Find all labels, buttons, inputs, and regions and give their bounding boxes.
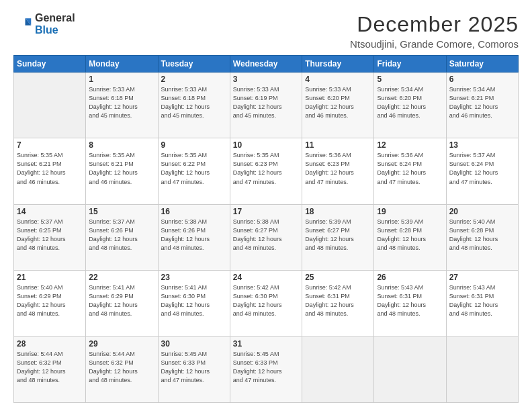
day-detail: Sunrise: 5:40 AM Sunset: 6:28 PM Dayligh… — [449, 218, 515, 253]
table-row — [14, 73, 86, 138]
day-detail: Sunrise: 5:37 AM Sunset: 6:24 PM Dayligh… — [449, 151, 515, 186]
calendar-week-row: 14Sunrise: 5:37 AM Sunset: 6:25 PM Dayli… — [14, 204, 519, 270]
table-row: 12Sunrise: 5:36 AM Sunset: 6:24 PM Dayli… — [374, 138, 446, 204]
table-row: 11Sunrise: 5:36 AM Sunset: 6:23 PM Dayli… — [302, 138, 374, 204]
day-number: 27 — [449, 273, 515, 282]
day-detail: Sunrise: 5:33 AM Sunset: 6:18 PM Dayligh… — [161, 85, 227, 120]
day-number: 11 — [305, 140, 371, 150]
day-number: 7 — [17, 140, 83, 150]
col-sunday: Sunday — [14, 56, 86, 73]
day-number: 3 — [233, 75, 299, 84]
day-detail: Sunrise: 5:34 AM Sunset: 6:20 PM Dayligh… — [377, 85, 443, 120]
table-row — [374, 336, 446, 402]
day-detail: Sunrise: 5:36 AM Sunset: 6:24 PM Dayligh… — [377, 151, 443, 186]
table-row — [302, 336, 374, 402]
col-thursday: Thursday — [302, 56, 374, 73]
table-row: 21Sunrise: 5:40 AM Sunset: 6:29 PM Dayli… — [14, 271, 86, 336]
day-number: 30 — [161, 339, 227, 349]
day-detail: Sunrise: 5:43 AM Sunset: 6:31 PM Dayligh… — [377, 283, 443, 318]
table-row — [446, 336, 518, 402]
day-detail: Sunrise: 5:33 AM Sunset: 6:20 PM Dayligh… — [305, 85, 371, 120]
day-detail: Sunrise: 5:43 AM Sunset: 6:31 PM Dayligh… — [449, 283, 515, 318]
calendar-week-row: 21Sunrise: 5:40 AM Sunset: 6:29 PM Dayli… — [14, 271, 519, 336]
table-row: 14Sunrise: 5:37 AM Sunset: 6:25 PM Dayli… — [14, 204, 86, 270]
day-detail: Sunrise: 5:35 AM Sunset: 6:22 PM Dayligh… — [161, 151, 227, 186]
table-row: 27Sunrise: 5:43 AM Sunset: 6:31 PM Dayli… — [446, 271, 518, 336]
table-row: 28Sunrise: 5:44 AM Sunset: 6:32 PM Dayli… — [14, 336, 86, 402]
table-row: 29Sunrise: 5:44 AM Sunset: 6:32 PM Dayli… — [86, 336, 158, 402]
table-row: 13Sunrise: 5:37 AM Sunset: 6:24 PM Dayli… — [446, 138, 518, 204]
day-number: 4 — [305, 75, 371, 84]
table-row: 6Sunrise: 5:34 AM Sunset: 6:21 PM Daylig… — [446, 73, 518, 138]
day-detail: Sunrise: 5:45 AM Sunset: 6:33 PM Dayligh… — [161, 350, 227, 385]
table-row: 9Sunrise: 5:35 AM Sunset: 6:22 PM Daylig… — [158, 138, 230, 204]
table-row: 3Sunrise: 5:33 AM Sunset: 6:19 PM Daylig… — [230, 73, 302, 138]
table-row: 1Sunrise: 5:33 AM Sunset: 6:18 PM Daylig… — [86, 73, 158, 138]
header: General Blue December 2025 Ntsoudjini, G… — [13, 12, 519, 50]
day-number: 19 — [377, 207, 443, 216]
table-row: 25Sunrise: 5:42 AM Sunset: 6:31 PM Dayli… — [302, 271, 374, 336]
logo-blue: Blue — [35, 24, 75, 36]
day-detail: Sunrise: 5:36 AM Sunset: 6:23 PM Dayligh… — [305, 151, 371, 186]
day-number: 25 — [305, 273, 371, 282]
col-wednesday: Wednesday — [230, 56, 302, 73]
day-number: 10 — [233, 140, 299, 150]
day-number: 5 — [377, 75, 443, 84]
day-detail: Sunrise: 5:38 AM Sunset: 6:27 PM Dayligh… — [233, 218, 299, 253]
day-detail: Sunrise: 5:44 AM Sunset: 6:32 PM Dayligh… — [17, 350, 83, 385]
day-number: 18 — [305, 207, 371, 216]
logo-general: General — [35, 12, 75, 24]
day-number: 14 — [17, 207, 83, 216]
col-monday: Monday — [86, 56, 158, 73]
day-number: 24 — [233, 273, 299, 282]
day-detail: Sunrise: 5:41 AM Sunset: 6:29 PM Dayligh… — [89, 283, 154, 318]
col-friday: Friday — [374, 56, 446, 73]
table-row: 8Sunrise: 5:35 AM Sunset: 6:21 PM Daylig… — [86, 138, 158, 204]
table-row: 4Sunrise: 5:33 AM Sunset: 6:20 PM Daylig… — [302, 73, 374, 138]
table-row: 18Sunrise: 5:39 AM Sunset: 6:27 PM Dayli… — [302, 204, 374, 270]
table-row: 30Sunrise: 5:45 AM Sunset: 6:33 PM Dayli… — [158, 336, 230, 402]
table-row: 16Sunrise: 5:38 AM Sunset: 6:26 PM Dayli… — [158, 204, 230, 270]
day-detail: Sunrise: 5:37 AM Sunset: 6:26 PM Dayligh… — [89, 218, 154, 253]
day-detail: Sunrise: 5:33 AM Sunset: 6:18 PM Dayligh… — [89, 85, 154, 120]
day-detail: Sunrise: 5:42 AM Sunset: 6:31 PM Dayligh… — [305, 283, 371, 318]
logo-text: General Blue — [35, 12, 75, 36]
day-number: 26 — [377, 273, 443, 282]
day-number: 12 — [377, 140, 443, 150]
table-row: 31Sunrise: 5:45 AM Sunset: 6:33 PM Dayli… — [230, 336, 302, 402]
calendar-week-row: 1Sunrise: 5:33 AM Sunset: 6:18 PM Daylig… — [14, 73, 519, 138]
day-detail: Sunrise: 5:39 AM Sunset: 6:27 PM Dayligh… — [305, 218, 371, 253]
day-number: 22 — [89, 273, 154, 282]
day-number: 29 — [89, 339, 154, 349]
table-row: 17Sunrise: 5:38 AM Sunset: 6:27 PM Dayli… — [230, 204, 302, 270]
day-detail: Sunrise: 5:35 AM Sunset: 6:23 PM Dayligh… — [233, 151, 299, 186]
calendar-table: Sunday Monday Tuesday Wednesday Thursday… — [13, 55, 519, 403]
col-saturday: Saturday — [446, 56, 518, 73]
day-number: 28 — [17, 339, 83, 349]
day-number: 1 — [89, 75, 154, 84]
day-detail: Sunrise: 5:35 AM Sunset: 6:21 PM Dayligh… — [89, 151, 154, 186]
day-detail: Sunrise: 5:33 AM Sunset: 6:19 PM Dayligh… — [233, 85, 299, 120]
day-number: 13 — [449, 140, 515, 150]
day-detail: Sunrise: 5:37 AM Sunset: 6:25 PM Dayligh… — [17, 218, 83, 253]
table-row: 2Sunrise: 5:33 AM Sunset: 6:18 PM Daylig… — [158, 73, 230, 138]
day-detail: Sunrise: 5:40 AM Sunset: 6:29 PM Dayligh… — [17, 283, 83, 318]
day-number: 20 — [449, 207, 515, 216]
day-number: 8 — [89, 140, 154, 150]
day-detail: Sunrise: 5:38 AM Sunset: 6:26 PM Dayligh… — [161, 218, 227, 253]
table-row: 15Sunrise: 5:37 AM Sunset: 6:26 PM Dayli… — [86, 204, 158, 270]
day-detail: Sunrise: 5:45 AM Sunset: 6:33 PM Dayligh… — [233, 350, 299, 385]
table-row: 24Sunrise: 5:42 AM Sunset: 6:30 PM Dayli… — [230, 271, 302, 336]
logo: General Blue — [13, 12, 75, 36]
day-number: 16 — [161, 207, 227, 216]
day-number: 15 — [89, 207, 154, 216]
calendar-week-row: 7Sunrise: 5:35 AM Sunset: 6:21 PM Daylig… — [14, 138, 519, 204]
logo-icon — [13, 15, 32, 34]
day-number: 21 — [17, 273, 83, 282]
day-detail: Sunrise: 5:39 AM Sunset: 6:28 PM Dayligh… — [377, 218, 443, 253]
calendar-page: General Blue December 2025 Ntsoudjini, G… — [0, 0, 532, 411]
table-row: 20Sunrise: 5:40 AM Sunset: 6:28 PM Dayli… — [446, 204, 518, 270]
table-row: 10Sunrise: 5:35 AM Sunset: 6:23 PM Dayli… — [230, 138, 302, 204]
day-detail: Sunrise: 5:35 AM Sunset: 6:21 PM Dayligh… — [17, 151, 83, 186]
day-detail: Sunrise: 5:41 AM Sunset: 6:30 PM Dayligh… — [161, 283, 227, 318]
